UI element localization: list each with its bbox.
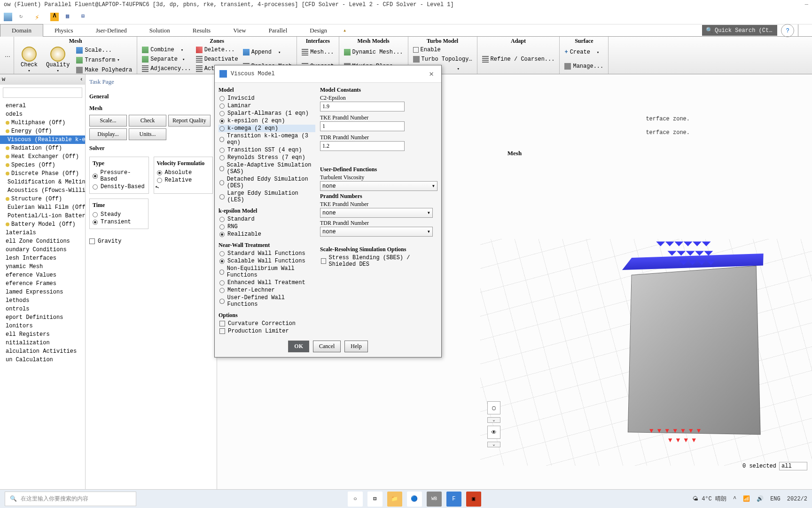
network-icon[interactable]: 📶 (743, 495, 750, 502)
view-expand2-button[interactable]: ⌄ (487, 442, 500, 447)
viscous-model-radio[interactable]: Inviscid (219, 95, 315, 102)
append-button[interactable]: Append▾ (241, 48, 294, 56)
steady-radio[interactable]: Steady (93, 211, 145, 218)
tree-item[interactable]: ell Zone Conditions (0, 237, 85, 246)
viscous-model-radio[interactable]: k-omega (2 eqn) (219, 125, 315, 132)
tree-item[interactable]: Radiation (Off) (0, 144, 85, 152)
tke-pn-select[interactable]: none▾ (320, 208, 433, 218)
cube-icon[interactable] (4, 13, 12, 21)
tree-item[interactable]: alculation Activities (0, 347, 85, 356)
info-button[interactable]: … (3, 51, 12, 59)
viscous-model-radio[interactable]: Large Eddy Simulation (LES) (219, 190, 315, 204)
adjacency-button[interactable]: Adjacency... (140, 65, 193, 72)
tree-item[interactable]: eference Frames (0, 279, 85, 288)
tree-item[interactable]: Viscous (Realizable k-e, Scalabl (0, 135, 85, 144)
tab-physics[interactable]: Physics (43, 24, 85, 37)
transient-radio[interactable]: Transient (93, 218, 145, 226)
tdr-prandtl-input[interactable] (320, 141, 405, 151)
tree-item[interactable]: nitialization (0, 339, 85, 347)
tree-item[interactable]: Solidification & Melting (Off) (0, 178, 85, 186)
minimize-icon[interactable]: — (805, 1, 808, 9)
viscous-model-radio[interactable]: Scale-Adaptive Simulation (SAS) (219, 161, 315, 175)
units-button[interactable]: Units... (129, 128, 166, 140)
tree-item[interactable]: Energy (Off) (0, 127, 85, 135)
ok-button[interactable]: OK (288, 341, 309, 352)
scale-button[interactable]: Scale... (74, 47, 134, 54)
mesh-scale-button[interactable]: Scale... (89, 115, 127, 127)
tree-item[interactable]: lonitors (0, 322, 85, 330)
tree-item[interactable]: Multiphase (Off) (0, 119, 85, 127)
c2-epsilon-input[interactable] (320, 102, 405, 111)
tab-design[interactable]: Design (298, 24, 338, 37)
viscous-model-radio[interactable]: Detached Eddy Simulation (DES) (219, 175, 315, 190)
near-wall-radio[interactable]: Enhanced Wall Treatment (219, 279, 315, 286)
collapse-icon[interactable]: ▴ (343, 27, 346, 34)
turbo-topology-button[interactable]: Turbo Topology… (411, 56, 474, 63)
controls-icon[interactable]: ⊞ (81, 13, 90, 21)
taskview-icon[interactable]: ○ (348, 492, 363, 507)
sbes-check[interactable]: Stress Blending (SBES) / Shielded DES (320, 254, 437, 268)
volume-icon[interactable]: 🔊 (757, 495, 764, 502)
surface-create-button[interactable]: +Create▾ (562, 48, 605, 56)
viscous-model-radio[interactable]: k-epsilon (2 eqn) (219, 117, 315, 125)
collapse-tree-icon[interactable]: ‹ (80, 76, 83, 83)
relative-radio[interactable]: Relative (157, 176, 210, 184)
quality-button[interactable]: Quality▾ (42, 46, 73, 74)
cancel-button[interactable]: Cancel (313, 341, 341, 352)
production-limiter-check[interactable]: Production Limiter (219, 327, 315, 335)
gravity-check[interactable]: Gravity (89, 238, 213, 245)
tab-solution[interactable]: Solution (138, 24, 181, 37)
transform-button[interactable]: Transform▾ (74, 56, 134, 64)
tab-view[interactable]: View (222, 24, 257, 37)
tree-item[interactable]: eneral (0, 102, 85, 110)
pressure-based-radio[interactable]: Pressure-Based (93, 169, 146, 183)
tree-item[interactable]: laterials (0, 229, 85, 237)
tree-item[interactable]: Potential/Li-ion Battery (Off) (0, 212, 85, 220)
ime-indicator[interactable]: ENG (770, 496, 781, 502)
tab-domain[interactable]: Domain (0, 24, 43, 37)
refine-coarsen-button[interactable]: Refine / Coarsen... (480, 56, 557, 63)
tdr-pn-select[interactable]: none▾ (320, 227, 433, 237)
viscous-model-radio[interactable]: Spalart-Allmaras (1 eqn) (219, 110, 315, 117)
curvature-correction-check[interactable]: Curvature Correction (219, 320, 315, 327)
turb-visc-select[interactable]: none▾ (320, 181, 437, 191)
tree-item[interactable]: Acoustics (Ffowcs-Williams & I (0, 186, 85, 195)
ansys-icon[interactable]: Λ (50, 13, 59, 21)
tree-item[interactable]: Discrete Phase (Off) (0, 169, 85, 178)
fit-view-button[interactable]: ▢ (487, 401, 500, 414)
ke-model-radio[interactable]: RNG (219, 223, 315, 230)
quick-search-input[interactable]: 🔍Quick Search (Ct… (702, 25, 777, 36)
tree-item[interactable]: oundary Conditions (0, 246, 85, 254)
mesh-display-button[interactable]: Display... (89, 128, 127, 140)
fluent-icon[interactable]: F (446, 492, 461, 507)
tray-chevron-icon[interactable]: ^ (733, 496, 736, 502)
bolt-icon[interactable]: ⚡ (35, 13, 43, 21)
near-wall-radio[interactable]: User-Defined Wall Functions (219, 294, 315, 308)
tab-parallel[interactable]: Parallel (258, 24, 299, 37)
help-button[interactable]: Help (344, 341, 367, 352)
near-wall-radio[interactable]: Menter-Lechner (219, 286, 315, 294)
separate-button[interactable]: Separate▾ (140, 56, 193, 63)
view-expand-button[interactable]: ⌄ (487, 417, 500, 423)
check-button[interactable]: Check▾ (17, 46, 41, 74)
refresh-icon[interactable]: ↻ (19, 13, 28, 21)
interfaces-mesh-button[interactable]: Mesh... (300, 48, 336, 56)
tree-item[interactable]: un Calculation (0, 356, 85, 364)
deactivate-button[interactable]: Deactivate (194, 56, 240, 63)
viscous-model-radio[interactable]: Laminar (219, 102, 315, 110)
tree-item[interactable]: odels (0, 110, 85, 119)
tree-filter-input[interactable] (3, 87, 82, 98)
turbo-enable-check[interactable]: Enable (411, 46, 474, 54)
tree-item[interactable]: eference Values (0, 271, 85, 279)
chrome-icon[interactable]: 🔵 (407, 492, 422, 507)
cortana-icon[interactable]: ⊟ (367, 492, 383, 507)
density-based-radio[interactable]: Density-Based (93, 183, 146, 190)
tree-item[interactable]: ell Registers (0, 330, 85, 339)
tree-item[interactable]: Species (Off) (0, 161, 85, 169)
tree-item[interactable]: eport Definitions (0, 313, 85, 322)
viscous-model-radio[interactable]: Transition k-kl-omega (3 eqn) (219, 132, 315, 146)
table-icon[interactable]: ▦ (66, 13, 74, 21)
viscous-model-radio[interactable]: Transition SST (4 eqn) (219, 146, 315, 154)
tree-item[interactable]: Structure (Off) (0, 195, 85, 203)
viscous-model-radio[interactable]: Reynolds Stress (7 eqn) (219, 154, 315, 161)
